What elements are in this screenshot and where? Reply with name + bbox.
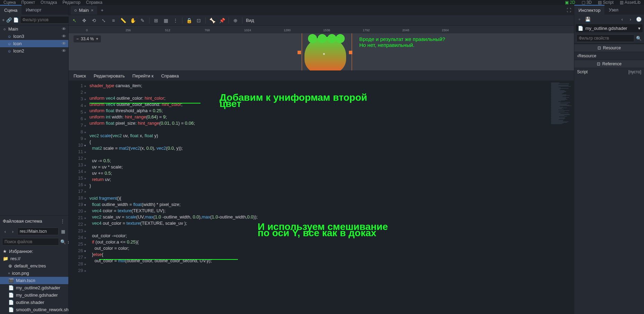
- tree-item-label: Icon3: [13, 34, 24, 39]
- menu-scene[interactable]: Сцена: [3, 0, 16, 5]
- bone-icon[interactable]: 🦴: [209, 17, 215, 24]
- pan-tool-icon[interactable]: ✋: [130, 17, 136, 24]
- workspace-script[interactable]: ▤ Script: [598, 0, 613, 5]
- save-icon[interactable]: 💾: [585, 16, 591, 22]
- close-icon[interactable]: ×: [91, 8, 94, 13]
- shader-icon: 📄: [578, 26, 583, 31]
- select-tool-icon[interactable]: ↖: [71, 17, 78, 24]
- back-icon[interactable]: ‹: [2, 228, 8, 234]
- script-icon[interactable]: 📄: [13, 17, 19, 23]
- code-edit[interactable]: Редактировать: [94, 73, 125, 78]
- workspace-assetlib[interactable]: ▥ AssetLib: [620, 0, 641, 5]
- link-icon[interactable]: 🔗: [6, 17, 12, 23]
- rotate-tool-icon[interactable]: ⟲: [91, 17, 97, 24]
- ruler-tool-icon[interactable]: 📏: [120, 17, 126, 24]
- editor-tab-main[interactable]: ○ Main ×: [71, 6, 97, 15]
- zoom-value: 33.4 %: [81, 36, 94, 41]
- property-filter-input[interactable]: [576, 34, 634, 42]
- lock-icon[interactable]: 🔒: [186, 17, 192, 24]
- fs-path[interactable]: res://Main.tscn: [17, 228, 59, 235]
- fs-file[interactable]: 📄 smooth_outline_rework.sh: [0, 306, 68, 313]
- zoom-control[interactable]: − 33.4 % +: [74, 35, 101, 42]
- search-icon[interactable]: 🔍: [636, 35, 642, 41]
- fs-title: Файловая система: [3, 218, 42, 224]
- add-node-icon[interactable]: +: [2, 17, 5, 23]
- file-icon[interactable]: ▫: [576, 16, 583, 22]
- ruler: 0256512768102412801536179220482304: [69, 26, 574, 33]
- fs-root[interactable]: 📁 res://: [0, 255, 68, 262]
- editor-tab-label: Main: [79, 8, 89, 13]
- fs-search-input[interactable]: [2, 238, 59, 246]
- history-icon[interactable]: 🕓: [636, 16, 642, 22]
- snap2-icon[interactable]: ▦: [163, 17, 169, 24]
- move-tool-icon[interactable]: ✥: [81, 17, 87, 24]
- tree-item[interactable]: ☺ Icon3 👁: [0, 33, 68, 40]
- fs-favorites[interactable]: ★ Избранное:: [0, 248, 68, 255]
- fs-file[interactable]: 📄 my_outline.gdshader: [0, 291, 68, 299]
- code-help[interactable]: Справка: [161, 73, 179, 78]
- fs-file[interactable]: 📄 outline.shader: [0, 299, 68, 306]
- highlight-underline: [99, 259, 238, 260]
- workspace-2d[interactable]: ▣ 2D: [565, 0, 575, 5]
- tab-inspector[interactable]: Инспектор: [574, 5, 604, 15]
- fs-file[interactable]: ⊕ default_env.tres: [0, 262, 68, 270]
- code-editor[interactable]: Добавим к униформам второй цвет И исполь…: [89, 81, 550, 314]
- menu-debug[interactable]: Отладка: [41, 0, 57, 5]
- minimap[interactable]: [550, 81, 574, 314]
- expand-icon[interactable]: ⛶: [566, 7, 572, 13]
- node-icon: ○: [2, 27, 7, 32]
- anchor-icon[interactable]: ⊕: [232, 17, 239, 24]
- code-goto[interactable]: Перейти к: [132, 73, 154, 78]
- snap-opts-icon[interactable]: ⋮: [172, 17, 179, 24]
- eye-icon[interactable]: 👁: [62, 48, 66, 53]
- code-search[interactable]: Поиск: [74, 73, 86, 78]
- workspace-3d[interactable]: ▢ 3D: [582, 0, 592, 5]
- grid-icon[interactable]: ▦: [60, 228, 66, 234]
- back-icon[interactable]: ‹: [619, 16, 625, 22]
- tree-item-label: Icon: [13, 41, 22, 46]
- chevron-down-icon[interactable]: ▾: [638, 26, 641, 31]
- snap-icon[interactable]: ⊞: [153, 17, 159, 24]
- eye-icon[interactable]: 👁: [62, 41, 66, 46]
- node-filter-input[interactable]: [20, 16, 77, 24]
- fs-file[interactable]: ▫ icon.png: [0, 270, 68, 277]
- tree-root[interactable]: ○ Main 👁: [0, 25, 68, 33]
- list-tool-icon[interactable]: ≡: [110, 17, 117, 24]
- handle-left[interactable]: [298, 51, 301, 54]
- fs-file[interactable]: 🎬 Main.tscn: [0, 277, 68, 284]
- zoom-out-icon[interactable]: −: [76, 36, 79, 41]
- zoom-in-icon[interactable]: +: [96, 36, 98, 41]
- add-tab-icon[interactable]: +: [99, 7, 105, 13]
- resource-name[interactable]: 📄 my_outline.gdshader ▾: [576, 24, 643, 32]
- search-icon[interactable]: 🔍: [60, 239, 66, 245]
- view-menu[interactable]: Вид: [246, 18, 254, 23]
- menu-project[interactable]: Проект: [21, 0, 35, 5]
- menu-editor[interactable]: Редактор: [62, 0, 80, 5]
- tab-import[interactable]: Импорт: [22, 5, 45, 15]
- group-icon[interactable]: ⊡: [196, 17, 202, 24]
- sprite-icon: ☺: [7, 34, 12, 39]
- edit-tool-icon[interactable]: ✎: [139, 17, 146, 24]
- scale-tool-icon[interactable]: ⤡: [101, 17, 107, 24]
- section-resource[interactable]: ⊡ Resource: [574, 44, 644, 52]
- resource-label: my_outline.gdshader: [585, 26, 627, 31]
- eye-icon[interactable]: 👁: [62, 26, 66, 32]
- fwd-icon[interactable]: ›: [627, 16, 634, 22]
- sprite-icon: ☺: [7, 49, 12, 53]
- handle-right[interactable]: [349, 51, 352, 54]
- dots-icon[interactable]: ⋮: [59, 218, 66, 224]
- menu-help[interactable]: Справка: [86, 0, 102, 5]
- tab-node[interactable]: Узел: [604, 5, 622, 15]
- sprite-preview[interactable]: ✦: [304, 37, 346, 71]
- prop-resource[interactable]: › Resource: [574, 52, 644, 60]
- eye-icon[interactable]: 👁: [62, 34, 66, 39]
- tree-item[interactable]: ☺ Icon2 👁: [0, 47, 68, 55]
- tab-scene[interactable]: Сцена: [0, 5, 22, 15]
- tree-item[interactable]: ☺ Icon 👁: [0, 40, 68, 47]
- prop-script[interactable]: Script [пусто]: [574, 68, 644, 76]
- fs-file[interactable]: 📄 my_outline2.gdshader: [0, 284, 68, 291]
- fwd-icon[interactable]: ›: [10, 228, 16, 234]
- section-reference[interactable]: ⊡ Reference: [574, 60, 644, 68]
- pin-icon[interactable]: 📌: [219, 17, 225, 24]
- line-gutter: 1 »2 »3 »4 »5 »6 »7 »8 »9 »10 ▾11 »12 »1…: [69, 81, 89, 314]
